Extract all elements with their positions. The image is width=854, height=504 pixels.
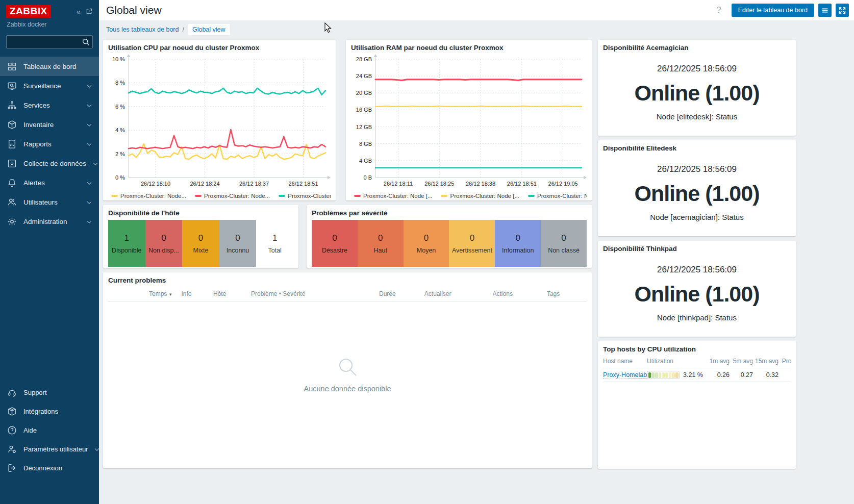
sidebar-item-administration[interactable]: Administration <box>0 212 99 231</box>
sidebar-item-tableaux-de-bord[interactable]: Tableaux de bord <box>0 57 99 76</box>
availability-timestamp: 26/12/2025 18:56:09 <box>657 64 737 74</box>
sidebar-item-label: Inventaire <box>23 121 54 129</box>
severity-cell-non-classe[interactable]: 0Non classé <box>541 220 587 267</box>
legend-item[interactable]: Proxmox-Cluster: Node [... <box>528 193 587 199</box>
dashboard-icon <box>7 62 17 71</box>
svg-text:24 GB: 24 GB <box>356 73 372 79</box>
sidebar-item-parametres-utilisateur[interactable]: Paramètres utilisateur <box>0 440 99 459</box>
problems-column-hote[interactable]: Hôte <box>213 290 251 297</box>
host-availability-cell-non-disp[interactable]: 0Non disp... <box>145 220 183 267</box>
ram-chart-widget: Utilisation RAM par noeud du cluster Pro… <box>346 40 592 200</box>
sidebar-item-services[interactable]: Services <box>0 95 99 115</box>
legend-label: Proxmox-Cluster: Node... <box>204 193 270 199</box>
breadcrumb-all-dashboards[interactable]: Tous les tableaux de bord <box>106 26 179 33</box>
cell-count: 0 <box>235 233 240 243</box>
problems-column-probleme-severite[interactable]: Problème • Sévérité <box>251 290 379 297</box>
sidebar-item-aide[interactable]: Aide <box>0 421 99 440</box>
sidebar-item-support[interactable]: Support <box>0 383 99 402</box>
fullscreen-icon <box>839 7 846 14</box>
widget-title: Utilisation RAM par noeud du cluster Pro… <box>351 44 587 52</box>
problems-column-duree[interactable]: Durée <box>379 290 424 297</box>
tophosts-column-5m-avg[interactable]: 5m avg <box>730 358 753 365</box>
problems-column-tags[interactable]: Tags <box>547 290 587 297</box>
dashboard-menu-button[interactable] <box>818 4 832 17</box>
availability-item: Node [thinkpad]: Status <box>657 313 737 322</box>
top-hosts-widget: Top hosts by CPU utilization Host nameUt… <box>598 341 796 469</box>
sidebar-item-label: Tableaux de bord <box>23 63 77 70</box>
availability-timestamp: 26/12/2025 18:56:09 <box>657 164 737 174</box>
sidebar-item-deconnexion[interactable]: Déconnexion <box>0 459 99 477</box>
edit-dashboard-button[interactable]: Editer le tableau de bord <box>732 4 814 17</box>
svg-text:4 GB: 4 GB <box>359 158 372 164</box>
help-circle-icon <box>7 425 17 435</box>
fullscreen-button[interactable] <box>836 4 849 17</box>
host-availability-cell-total[interactable]: 1Total <box>256 220 293 267</box>
cell-label: Haut <box>372 247 389 254</box>
legend-item[interactable]: Proxmox-Cluster: Node... <box>111 193 186 199</box>
legend-color-marker <box>279 195 285 197</box>
tophosts-column-utilization[interactable]: Utilization <box>647 358 705 365</box>
svg-text:28 GB: 28 GB <box>356 56 372 62</box>
host-availability-cell-mixte[interactable]: 0Mixte <box>182 220 219 267</box>
sidebar-item-integrations[interactable]: Intégrations <box>0 402 99 421</box>
sidebar-item-surveillance[interactable]: Surveillance <box>0 76 99 95</box>
problems-column-actions[interactable]: Actions <box>493 290 547 297</box>
svg-text:20 GB: 20 GB <box>356 90 372 96</box>
severity-cell-haut[interactable]: 0Haut <box>358 220 404 267</box>
search-input[interactable] <box>6 35 93 48</box>
cell-count: 0 <box>515 233 520 243</box>
sidebar-item-utilisateurs[interactable]: Utilisateurs <box>0 192 99 212</box>
help-link[interactable]: ? <box>716 5 721 15</box>
empty-state: Aucune donnée disponible <box>108 301 587 447</box>
tophosts-column-proces[interactable]: Proces <box>778 358 791 365</box>
current-problems-widget: Current problems Temps▼InfoHôteProblème … <box>103 272 592 468</box>
cell-label: Disponible <box>110 247 143 254</box>
availability-item: Node [elitedesk]: Status <box>657 112 737 121</box>
search-icon[interactable] <box>82 38 90 46</box>
problems-column-info[interactable]: Info <box>181 290 213 297</box>
zabbix-logo[interactable]: ZABBIX <box>6 5 51 18</box>
tophosts-column-host-name[interactable]: Host name <box>603 358 647 365</box>
collapse-sidebar-icon[interactable]: « <box>77 8 81 15</box>
legend-color-marker <box>195 195 202 197</box>
host-availability-cell-disponible[interactable]: 1Disponible <box>108 220 145 267</box>
legend-item[interactable]: Proxmox-Cluster: Node [... <box>441 193 519 199</box>
sidebar-item-rapports[interactable]: Rapports <box>0 134 99 154</box>
severity-cell-avertissement[interactable]: 0Avertissement <box>449 220 495 267</box>
legend-item[interactable]: Proxmox-Cluster: Node... <box>279 193 331 199</box>
legend-item[interactable]: Proxmox-Cluster: Node [... <box>354 193 432 199</box>
cell-label: Inconnu <box>224 247 251 254</box>
legend-label: Proxmox-Cluster: Node [... <box>363 193 432 199</box>
severity-cell-moyen[interactable]: 0Moyen <box>404 220 449 267</box>
legend-item[interactable]: Proxmox-Cluster: Node... <box>195 193 270 199</box>
tophosts-column-1m-avg[interactable]: 1m avg <box>705 358 730 365</box>
severity-cell-desastre[interactable]: 0Désastre <box>312 220 358 267</box>
host-link[interactable]: Proxy-Homelab <box>603 371 647 379</box>
widget-title: Disponibilité Elitedesk <box>603 144 791 152</box>
hide-sidebar-icon[interactable] <box>86 8 93 16</box>
problems-column-temps[interactable]: Temps▼ <box>149 290 181 297</box>
problems-column-actualiser[interactable]: Actualiser <box>424 290 493 297</box>
cpu-chart-legend: Proxmox-Cluster: Node...Proxmox-Cluster:… <box>108 193 331 199</box>
ram-chart-legend: Proxmox-Cluster: Node [...Proxmox-Cluste… <box>351 193 587 199</box>
svg-text:26/12 18:37: 26/12 18:37 <box>239 181 269 187</box>
sidebar-item-alertes[interactable]: Alertes <box>0 173 99 192</box>
chevron-down-icon <box>93 160 98 167</box>
sidebar-item-inventaire[interactable]: Inventaire <box>0 115 99 134</box>
svg-text:4 %: 4 % <box>115 127 125 133</box>
svg-text:26/12 18:51: 26/12 18:51 <box>507 181 537 187</box>
zabbix-app: ZABBIX « Zabbix docker Tableaux de bordS… <box>0 0 854 504</box>
host-availability-cell-inconnu[interactable]: 0Inconnu <box>219 220 257 267</box>
breadcrumb-current[interactable]: Global view <box>188 24 230 35</box>
avg-5m-value: 0.27 <box>730 371 753 379</box>
svg-text:26/12 18:24: 26/12 18:24 <box>190 181 220 187</box>
svg-text:26/12 18:25: 26/12 18:25 <box>424 181 454 187</box>
tophosts-column-15m-avg[interactable]: 15m avg <box>753 358 778 365</box>
svg-text:8 %: 8 % <box>115 80 125 86</box>
cell-label: Total <box>266 247 283 254</box>
sidebar-item-collecte-de-donnees[interactable]: Collecte de données <box>0 154 99 173</box>
cell-count: 0 <box>378 233 383 243</box>
svg-text:12 GB: 12 GB <box>356 124 372 130</box>
severity-cells: 0Désastre0Haut0Moyen0Avertissement0Infor… <box>312 220 587 267</box>
severity-cell-information[interactable]: 0Information <box>495 220 541 267</box>
